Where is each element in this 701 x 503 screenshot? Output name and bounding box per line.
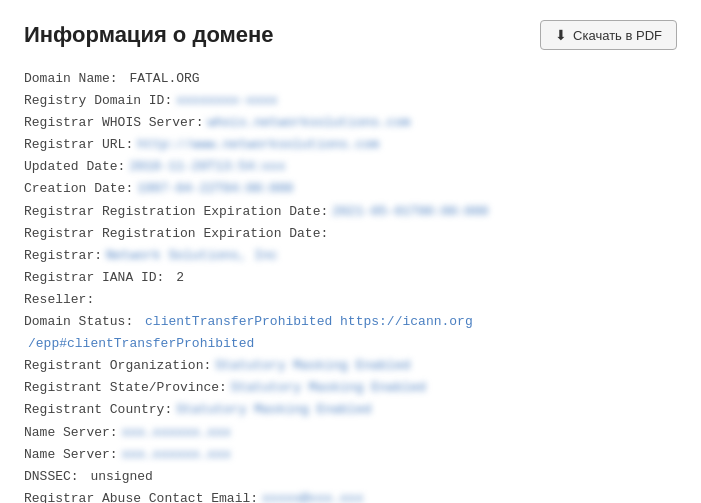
- registrant-state-row: Registrant State/Province: Statutory Mas…: [24, 377, 677, 399]
- expiration-date-row2: Registrar Registration Expiration Date:: [24, 223, 677, 245]
- domain-status-value: clientTransferProhibited https://icann.o…: [137, 311, 472, 333]
- registrant-state-value: Statutory Masking Enabled: [231, 377, 426, 399]
- creation-date-row: Creation Date: 1997-04-22T04:00:000: [24, 178, 677, 200]
- download-icon: ⬇: [555, 27, 567, 43]
- registry-id-value: xxxxxxxx-xxxx: [176, 90, 277, 112]
- page-header: Информация о домене ⬇ Скачать в PDF: [24, 20, 677, 50]
- registrant-country-label: Registrant Country:: [24, 399, 172, 421]
- registrant-org-value: Statutory Masking Enabled: [215, 355, 410, 377]
- domain-name-value: FATAL.ORG: [122, 68, 200, 90]
- registrar-row: Registrar: Network Solutions, Inc: [24, 245, 677, 267]
- expiration-date-label2: Registrar Registration Expiration Date:: [24, 223, 328, 245]
- name-server1-value: xxx.xxxxxx.xxx: [122, 422, 231, 444]
- name-server1-row: Name Server: xxx.xxxxxx.xxx: [24, 422, 677, 444]
- registrar-url-row: Registrar URL: http://www.networksolutio…: [24, 134, 677, 156]
- expiration-date-value1: 2021-05-01T00:00:000: [332, 201, 488, 223]
- registrant-state-label: Registrant State/Province:: [24, 377, 227, 399]
- download-label: Скачать в PDF: [573, 28, 662, 43]
- registrant-country-value: Statutory Masking Enabled: [176, 399, 371, 421]
- registrar-url-value: http://www.networksolutions.com: [137, 134, 379, 156]
- registrar-value: Network Solutions, Inc: [106, 245, 278, 267]
- registrar-whois-row: Registrar WHOIS Server: whois.networksol…: [24, 112, 677, 134]
- domain-status-value2: /epp#clientTransferProhibited: [28, 333, 254, 355]
- updated-date-label: Updated Date:: [24, 156, 125, 178]
- registrant-org-row: Registrant Organization: Statutory Maski…: [24, 355, 677, 377]
- abuse-email-value: xxxxx@xxx.xxx: [262, 488, 363, 503]
- creation-date-label: Creation Date:: [24, 178, 133, 200]
- reseller-label: Reseller:: [24, 289, 94, 311]
- abuse-email-label: Registrar Abuse Contact Email:: [24, 488, 258, 503]
- registrant-org-label: Registrant Organization:: [24, 355, 211, 377]
- domain-name-label: Domain Name:: [24, 68, 118, 90]
- dnssec-value: unsigned: [83, 466, 153, 488]
- iana-id-label: Registrar IANA ID:: [24, 267, 164, 289]
- registrar-whois-label: Registrar WHOIS Server:: [24, 112, 203, 134]
- registrar-label: Registrar:: [24, 245, 102, 267]
- creation-date-value: 1997-04-22T04:00:000: [137, 178, 293, 200]
- registry-id-label: Registry Domain ID:: [24, 90, 172, 112]
- registry-id-row: Registry Domain ID: xxxxxxxx-xxxx: [24, 90, 677, 112]
- expiration-date-label1: Registrar Registration Expiration Date:: [24, 201, 328, 223]
- name-server2-row: Name Server: xxx.xxxxxx.xxx: [24, 444, 677, 466]
- page-title: Информация о домене: [24, 22, 274, 48]
- whois-content: Domain Name: FATAL.ORG Registry Domain I…: [24, 68, 677, 503]
- domain-status-row: Domain Status: clientTransferProhibited …: [24, 311, 677, 333]
- abuse-email-row: Registrar Abuse Contact Email: xxxxx@xxx…: [24, 488, 677, 503]
- expiration-date-row1: Registrar Registration Expiration Date: …: [24, 201, 677, 223]
- name-server1-label: Name Server:: [24, 422, 118, 444]
- dnssec-row: DNSSEC: unsigned: [24, 466, 677, 488]
- iana-id-value: 2: [168, 267, 184, 289]
- download-pdf-button[interactable]: ⬇ Скачать в PDF: [540, 20, 677, 50]
- name-server2-value: xxx.xxxxxx.xxx: [122, 444, 231, 466]
- domain-status-label: Domain Status:: [24, 311, 133, 333]
- registrar-url-label: Registrar URL:: [24, 134, 133, 156]
- domain-status-row2: /epp#clientTransferProhibited: [24, 333, 677, 355]
- reseller-row: Reseller:: [24, 289, 677, 311]
- iana-id-row: Registrar IANA ID: 2: [24, 267, 677, 289]
- registrar-whois-value: whois.networksolutions.com: [207, 112, 410, 134]
- updated-date-row: Updated Date: 2018-11-20T13:54:xxx: [24, 156, 677, 178]
- registrant-country-row: Registrant Country: Statutory Masking En…: [24, 399, 677, 421]
- dnssec-label: DNSSEC:: [24, 466, 79, 488]
- domain-name-row: Domain Name: FATAL.ORG: [24, 68, 677, 90]
- name-server2-label: Name Server:: [24, 444, 118, 466]
- updated-date-value: 2018-11-20T13:54:xxx: [129, 156, 285, 178]
